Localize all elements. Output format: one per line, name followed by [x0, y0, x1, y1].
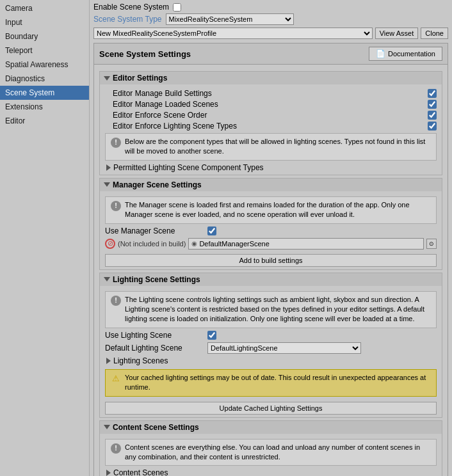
content-info-box: ! Content scenes are everything else. Yo…: [105, 439, 437, 466]
content-scenes-collapse-icon: [106, 470, 111, 476]
use-manager-scene-row: Use Manager Scene: [105, 226, 437, 235]
add-to-build-button[interactable]: Add to build settings: [105, 254, 437, 267]
scene-system-settings-panel: Scene System Settings 📄 Documentation Ed…: [93, 43, 448, 476]
content-scenes-row[interactable]: Content Scenes: [105, 468, 437, 476]
collapse-triangle-icon: [104, 76, 110, 81]
update-cached-button[interactable]: Update Cached Lighting Settings: [105, 402, 437, 415]
warning-icon: ⚠: [111, 374, 121, 384]
enable-scene-system-label: Enable Scene System: [93, 3, 169, 12]
editor-manage-build-label: Editor Manage Build Settings: [113, 89, 428, 98]
use-manager-scene-checkbox[interactable]: [207, 226, 216, 235]
not-in-build-icon: ⊘: [105, 239, 115, 249]
editor-manage-loaded-checkbox[interactable]: [428, 100, 437, 109]
manager-info-icon: !: [111, 201, 121, 211]
lighting-info-icon: !: [111, 296, 121, 306]
not-in-build-label: (Not included in build): [118, 240, 186, 248]
sidebar-item-extensions[interactable]: Extensions: [0, 100, 89, 114]
editor-settings-info-box: ! Below are the component types that wil…: [105, 133, 437, 161]
documentation-button[interactable]: 📄 Documentation: [369, 47, 442, 61]
use-lighting-scene-checkbox[interactable]: [207, 331, 216, 340]
warning-text: Your cached lighting settings may be out…: [125, 373, 431, 393]
editor-settings-section: Editor Settings Editor Manage Build Sett…: [99, 71, 442, 175]
profile-select[interactable]: New MixedRealitySceneSystemProfile: [93, 28, 373, 39]
clone-button[interactable]: Clone: [421, 28, 448, 39]
lighting-info-box: ! The Lighting scene controls lighting s…: [105, 291, 437, 328]
use-lighting-scene-row: Use Lighting Scene: [105, 331, 437, 340]
scene-system-type-select[interactable]: MixedRealitySceneSystem: [166, 13, 294, 25]
scene-system-type-label: Scene System Type: [93, 15, 162, 24]
manager-scene-field[interactable]: ◉ DefaultManagerScene: [188, 238, 424, 250]
manager-scene-settings-section: Manager Scene Settings ! The Manager sce…: [99, 178, 442, 270]
lighting-scenes-label: Lighting Scenes: [113, 356, 168, 365]
sidebar-item-diagnostics[interactable]: Diagnostics: [0, 72, 89, 86]
manager-scene-settings-header[interactable]: Manager Scene Settings: [100, 178, 442, 191]
manager-info-text: The Manager scene is loaded first and re…: [125, 200, 431, 220]
lighting-scene-settings-title: Lighting Scene Settings: [113, 275, 200, 284]
editor-enforce-order-row: Editor Enforce Scene Order: [105, 111, 437, 120]
manager-scene-value: DefaultManagerScene: [199, 240, 269, 248]
scene-system-settings-header: Scene System Settings 📄 Documentation: [94, 44, 448, 65]
lighting-scenes-collapse-icon: [106, 358, 111, 364]
manager-collapse-icon: [104, 182, 110, 187]
editor-enforce-order-checkbox[interactable]: [428, 111, 437, 120]
lighting-scenes-row[interactable]: Lighting Scenes: [105, 356, 437, 365]
default-lighting-scene-select[interactable]: DefaultLightingScene: [207, 342, 361, 354]
content-collapse-icon: [104, 425, 110, 429]
sidebar-item-editor[interactable]: Editor: [0, 114, 89, 128]
sidebar-item-input[interactable]: Input: [0, 15, 89, 29]
content-scene-content: ! Content scenes are everything else. Yo…: [100, 434, 442, 476]
editor-manage-loaded-row: Editor Manage Loaded Scenes: [105, 100, 437, 109]
default-lighting-scene-row: Default Lighting Scene DefaultLightingSc…: [105, 342, 437, 354]
content-info-text: Content scenes are everything else. You …: [125, 443, 431, 463]
enable-scene-system-checkbox[interactable]: [173, 3, 181, 12]
manager-scene-pick-button[interactable]: ⊙: [426, 239, 437, 249]
content-scene-settings-section: Content Scene Settings ! Content scenes …: [99, 420, 442, 476]
sidebar-item-boundary[interactable]: Boundary: [0, 29, 89, 44]
editor-enforce-lighting-row: Editor Enforce Lighting Scene Types: [105, 122, 437, 131]
editor-manage-build-checkbox[interactable]: [428, 89, 437, 98]
content-info-icon: !: [111, 443, 121, 454]
manager-scene-content: ! The Manager scene is loaded first and …: [100, 191, 442, 269]
manager-scene-settings-title: Manager Scene Settings: [113, 180, 202, 189]
editor-enforce-order-label: Editor Enforce Scene Order: [113, 111, 428, 120]
editor-settings-header[interactable]: Editor Settings: [100, 72, 442, 84]
lighting-scene-content: ! The Lighting scene controls lighting s…: [100, 286, 442, 417]
use-lighting-scene-label: Use Lighting Scene: [105, 331, 207, 340]
lighting-collapse-icon: [104, 277, 110, 282]
editor-settings-info-text: Below are the component types that will …: [125, 137, 431, 157]
scene-system-type-row: Scene System Type MixedRealitySceneSyste…: [93, 13, 448, 25]
content-scene-settings-title: Content Scene Settings: [113, 423, 199, 432]
editor-enforce-lighting-label: Editor Enforce Lighting Scene Types: [113, 122, 428, 131]
editor-enforce-lighting-checkbox[interactable]: [428, 122, 437, 131]
editor-settings-content: Editor Manage Build Settings Editor Mana…: [100, 84, 442, 175]
lighting-info-text: The Lighting scene controls lighting set…: [125, 295, 431, 324]
sidebar-item-teleport[interactable]: Teleport: [0, 44, 89, 58]
warning-box: ⚠ Your cached lighting settings may be o…: [105, 369, 437, 397]
profile-row: New MixedRealitySceneSystemProfile View …: [93, 28, 448, 39]
lighting-scene-settings-header[interactable]: Lighting Scene Settings: [100, 273, 442, 286]
default-lighting-scene-label: Default Lighting Scene: [105, 344, 207, 353]
permitted-lighting-label: Permitted Lighting Scene Component Types: [113, 163, 264, 172]
enable-scene-system-row: Enable Scene System: [93, 3, 448, 12]
sidebar-item-scene-system[interactable]: Scene System: [0, 86, 89, 100]
content-scenes-label: Content Scenes: [113, 468, 168, 476]
sidebar-item-camera[interactable]: Camera: [0, 1, 89, 15]
panel-content: Editor Settings Editor Manage Build Sett…: [94, 65, 448, 476]
editor-manage-loaded-label: Editor Manage Loaded Scenes: [113, 100, 428, 109]
manager-info-box: ! The Manager scene is loaded first and …: [105, 196, 437, 224]
lighting-scene-settings-section: Lighting Scene Settings ! The Lighting s…: [99, 273, 442, 418]
doc-icon: 📄: [376, 49, 385, 58]
scene-file-icon: ◉: [191, 240, 197, 247]
editor-settings-title: Editor Settings: [113, 74, 167, 83]
editor-manage-build-row: Editor Manage Build Settings: [105, 89, 437, 98]
not-in-build-row: ⊘ (Not included in build) ◉ DefaultManag…: [105, 238, 437, 250]
permitted-lighting-row[interactable]: Permitted Lighting Scene Component Types: [105, 163, 437, 172]
permitted-collapse-icon: [106, 164, 111, 171]
sidebar: Camera Input Boundary Teleport Spatial A…: [0, 0, 90, 476]
view-asset-button[interactable]: View Asset: [375, 28, 419, 39]
scene-system-settings-title: Scene System Settings: [99, 49, 191, 59]
info-icon: !: [111, 138, 121, 148]
sidebar-item-spatial-awareness[interactable]: Spatial Awareness: [0, 58, 89, 72]
use-manager-scene-label: Use Manager Scene: [105, 226, 207, 235]
content-scene-settings-header[interactable]: Content Scene Settings: [100, 421, 442, 434]
